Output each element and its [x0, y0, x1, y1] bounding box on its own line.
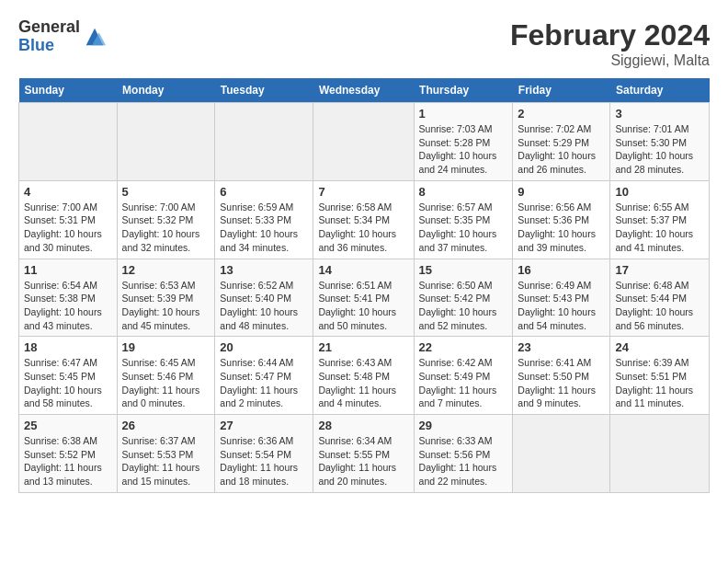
col-header-saturday: Saturday — [610, 78, 710, 103]
day-info: Sunrise: 6:51 AM Sunset: 5:41 PM Dayligh… — [318, 279, 408, 333]
calendar-cell: 2Sunrise: 7:02 AM Sunset: 5:29 PM Daylig… — [513, 103, 610, 181]
calendar-cell: 27Sunrise: 6:36 AM Sunset: 5:54 PM Dayli… — [215, 415, 313, 493]
day-info: Sunrise: 6:45 AM Sunset: 5:46 PM Dayligh… — [122, 356, 210, 410]
day-info: Sunrise: 6:33 AM Sunset: 5:56 PM Dayligh… — [419, 434, 508, 488]
calendar-cell: 12Sunrise: 6:53 AM Sunset: 5:39 PM Dayli… — [117, 259, 215, 337]
calendar-cell: 18Sunrise: 6:47 AM Sunset: 5:45 PM Dayli… — [19, 337, 118, 415]
calendar-week-3: 11Sunrise: 6:54 AM Sunset: 5:38 PM Dayli… — [19, 259, 710, 337]
day-info: Sunrise: 7:00 AM Sunset: 5:32 PM Dayligh… — [122, 201, 210, 255]
day-info: Sunrise: 6:52 AM Sunset: 5:40 PM Dayligh… — [220, 279, 308, 333]
col-header-sunday: Sunday — [19, 78, 118, 103]
day-info: Sunrise: 6:59 AM Sunset: 5:33 PM Dayligh… — [220, 201, 308, 255]
day-info: Sunrise: 6:43 AM Sunset: 5:48 PM Dayligh… — [318, 356, 408, 410]
day-number: 18 — [24, 340, 112, 354]
calendar-cell — [313, 103, 414, 181]
calendar-table: SundayMondayTuesdayWednesdayThursdayFrid… — [18, 78, 710, 493]
day-number: 1 — [419, 107, 508, 121]
calendar-cell — [610, 415, 710, 493]
calendar-cell: 7Sunrise: 6:58 AM Sunset: 5:34 PM Daylig… — [313, 180, 414, 259]
calendar-cell: 21Sunrise: 6:43 AM Sunset: 5:48 PM Dayli… — [313, 337, 414, 415]
calendar-cell: 15Sunrise: 6:50 AM Sunset: 5:42 PM Dayli… — [414, 259, 513, 337]
day-info: Sunrise: 6:57 AM Sunset: 5:35 PM Dayligh… — [419, 201, 508, 255]
col-header-wednesday: Wednesday — [313, 78, 414, 103]
logo-blue-text: Blue — [18, 37, 80, 55]
calendar-cell: 1Sunrise: 7:03 AM Sunset: 5:28 PM Daylig… — [414, 103, 513, 181]
day-number: 17 — [615, 263, 704, 277]
day-info: Sunrise: 6:50 AM Sunset: 5:42 PM Dayligh… — [419, 279, 508, 333]
day-number: 12 — [122, 263, 210, 277]
day-number: 25 — [24, 419, 112, 432]
day-info: Sunrise: 6:54 AM Sunset: 5:38 PM Dayligh… — [24, 279, 112, 333]
calendar-cell: 8Sunrise: 6:57 AM Sunset: 5:35 PM Daylig… — [414, 180, 513, 259]
calendar-cell: 28Sunrise: 6:34 AM Sunset: 5:55 PM Dayli… — [313, 415, 414, 493]
day-info: Sunrise: 7:01 AM Sunset: 5:30 PM Dayligh… — [615, 122, 704, 177]
day-info: Sunrise: 6:56 AM Sunset: 5:36 PM Dayligh… — [518, 201, 605, 255]
month-year-title: February 2024 — [510, 18, 710, 52]
day-number: 27 — [220, 419, 308, 432]
day-number: 15 — [419, 263, 508, 277]
calendar-week-4: 18Sunrise: 6:47 AM Sunset: 5:45 PM Dayli… — [19, 337, 710, 415]
day-info: Sunrise: 7:00 AM Sunset: 5:31 PM Dayligh… — [24, 201, 112, 255]
day-info: Sunrise: 6:41 AM Sunset: 5:50 PM Dayligh… — [518, 356, 605, 410]
col-header-thursday: Thursday — [414, 78, 513, 103]
day-info: Sunrise: 6:53 AM Sunset: 5:39 PM Dayligh… — [122, 279, 210, 333]
day-number: 7 — [318, 185, 408, 199]
calendar-cell — [117, 103, 215, 181]
day-number: 21 — [318, 340, 408, 354]
day-number: 16 — [518, 263, 605, 277]
day-number: 3 — [615, 107, 704, 121]
calendar-cell — [19, 103, 118, 181]
location-subtitle: Siggiewi, Malta — [510, 52, 710, 69]
calendar-cell: 3Sunrise: 7:01 AM Sunset: 5:30 PM Daylig… — [610, 103, 710, 181]
calendar-cell: 10Sunrise: 6:55 AM Sunset: 5:37 PM Dayli… — [610, 180, 710, 259]
col-header-monday: Monday — [117, 78, 215, 103]
day-info: Sunrise: 6:47 AM Sunset: 5:45 PM Dayligh… — [24, 356, 112, 410]
day-number: 9 — [518, 185, 605, 199]
calendar-cell: 14Sunrise: 6:51 AM Sunset: 5:41 PM Dayli… — [313, 259, 414, 337]
day-info: Sunrise: 7:03 AM Sunset: 5:28 PM Dayligh… — [419, 122, 508, 177]
calendar-cell: 6Sunrise: 6:59 AM Sunset: 5:33 PM Daylig… — [215, 180, 313, 259]
day-number: 11 — [24, 263, 112, 277]
day-number: 8 — [419, 185, 508, 199]
calendar-cell: 17Sunrise: 6:48 AM Sunset: 5:44 PM Dayli… — [610, 259, 710, 337]
title-block: February 2024 Siggiewi, Malta — [510, 18, 710, 69]
calendar-cell: 11Sunrise: 6:54 AM Sunset: 5:38 PM Dayli… — [19, 259, 118, 337]
calendar-cell: 13Sunrise: 6:52 AM Sunset: 5:40 PM Dayli… — [215, 259, 313, 337]
day-info: Sunrise: 6:34 AM Sunset: 5:55 PM Dayligh… — [318, 434, 408, 488]
day-info: Sunrise: 6:44 AM Sunset: 5:47 PM Dayligh… — [220, 356, 308, 410]
calendar-cell: 4Sunrise: 7:00 AM Sunset: 5:31 PM Daylig… — [19, 180, 118, 259]
day-info: Sunrise: 6:36 AM Sunset: 5:54 PM Dayligh… — [220, 434, 308, 488]
day-number: 24 — [615, 340, 704, 354]
day-number: 26 — [122, 419, 210, 432]
day-number: 2 — [518, 107, 605, 121]
calendar-cell: 22Sunrise: 6:42 AM Sunset: 5:49 PM Dayli… — [414, 337, 513, 415]
day-info: Sunrise: 6:48 AM Sunset: 5:44 PM Dayligh… — [615, 279, 704, 333]
day-info: Sunrise: 6:37 AM Sunset: 5:53 PM Dayligh… — [122, 434, 210, 488]
day-info: Sunrise: 6:42 AM Sunset: 5:49 PM Dayligh… — [419, 356, 508, 410]
logo: General Blue — [18, 18, 108, 55]
calendar-cell: 26Sunrise: 6:37 AM Sunset: 5:53 PM Dayli… — [117, 415, 215, 493]
day-info: Sunrise: 7:02 AM Sunset: 5:29 PM Dayligh… — [518, 122, 605, 177]
calendar-cell: 19Sunrise: 6:45 AM Sunset: 5:46 PM Dayli… — [117, 337, 215, 415]
calendar-cell: 25Sunrise: 6:38 AM Sunset: 5:52 PM Dayli… — [19, 415, 118, 493]
day-number: 23 — [518, 340, 605, 354]
day-number: 20 — [220, 340, 308, 354]
day-info: Sunrise: 6:49 AM Sunset: 5:43 PM Dayligh… — [518, 279, 605, 333]
calendar-cell: 16Sunrise: 6:49 AM Sunset: 5:43 PM Dayli… — [513, 259, 610, 337]
day-number: 28 — [318, 419, 408, 432]
logo-icon — [82, 24, 108, 50]
page-header: General Blue February 2024 Siggiewi, Mal… — [18, 18, 710, 69]
day-info: Sunrise: 6:38 AM Sunset: 5:52 PM Dayligh… — [24, 434, 112, 488]
col-header-friday: Friday — [513, 78, 610, 103]
calendar-cell: 24Sunrise: 6:39 AM Sunset: 5:51 PM Dayli… — [610, 337, 710, 415]
day-number: 4 — [24, 185, 112, 199]
calendar-week-1: 1Sunrise: 7:03 AM Sunset: 5:28 PM Daylig… — [19, 103, 710, 181]
calendar-cell: 9Sunrise: 6:56 AM Sunset: 5:36 PM Daylig… — [513, 180, 610, 259]
day-number: 29 — [419, 419, 508, 432]
day-number: 5 — [122, 185, 210, 199]
day-info: Sunrise: 6:58 AM Sunset: 5:34 PM Dayligh… — [318, 201, 408, 255]
col-header-tuesday: Tuesday — [215, 78, 313, 103]
calendar-cell — [513, 415, 610, 493]
calendar-header-row: SundayMondayTuesdayWednesdayThursdayFrid… — [19, 78, 710, 103]
day-info: Sunrise: 6:39 AM Sunset: 5:51 PM Dayligh… — [615, 356, 704, 410]
